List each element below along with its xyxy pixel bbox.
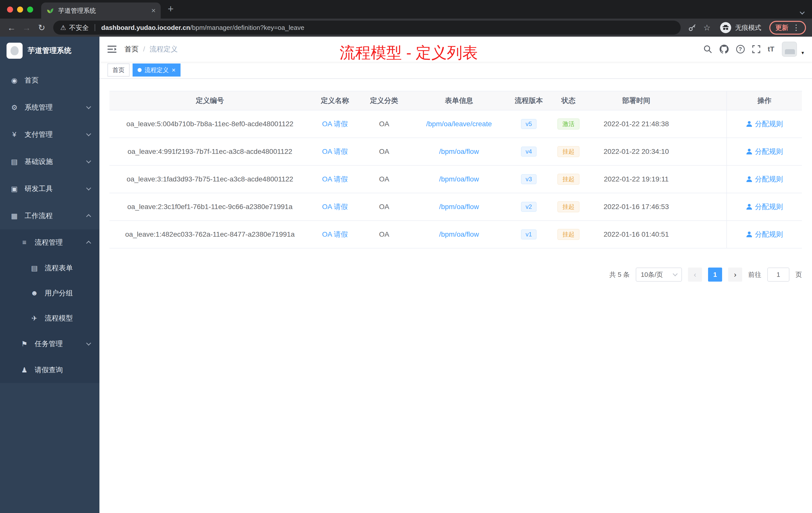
status-badge: 挂起 <box>557 201 580 212</box>
leave-query-icon: ♟ <box>20 366 29 374</box>
password-key-icon[interactable] <box>688 24 696 32</box>
sidebar-item-process-form[interactable]: ▤ 流程表单 <box>0 255 99 280</box>
sidebar-item-task-manage[interactable]: ⚑ 任务管理 <box>0 331 99 357</box>
tags-view: 首页 流程定义 × <box>99 62 812 79</box>
sidebar-collapse-icon[interactable] <box>108 46 116 53</box>
sidebar-item-workflow[interactable]: ▦ 工作流程 <box>0 202 99 230</box>
status-cell: 挂起 <box>548 138 588 165</box>
sidebar-item-payment[interactable]: ¥ 支付管理 <box>0 121 99 148</box>
new-tab-button[interactable]: + <box>168 3 174 14</box>
minimize-window-button[interactable] <box>17 6 23 12</box>
zoom-window-button[interactable] <box>27 6 33 12</box>
omnibox-divider <box>95 24 95 31</box>
github-icon[interactable] <box>720 45 729 54</box>
version-tag: v2 <box>521 202 536 212</box>
definition-category-cell: OA <box>359 221 409 248</box>
form-link[interactable]: /bpm/oa/flow <box>439 175 479 183</box>
incognito-badge[interactable]: 无痕模式 <box>720 22 761 33</box>
back-icon[interactable]: ← <box>4 21 19 35</box>
sidebar-item-devtools[interactable]: ▣ 研发工具 <box>0 175 99 202</box>
browser-tab[interactable]: 芋道管理系统 × <box>41 2 161 19</box>
breadcrumb-home[interactable]: 首页 <box>124 44 139 54</box>
tab-search-chevron-icon[interactable] <box>801 6 804 16</box>
screen: 芋道管理系统 × + ← → ↻ ⚠ 不安全 dashboard.yudao.i… <box>0 0 812 513</box>
user-icon <box>746 204 753 210</box>
close-window-button[interactable] <box>7 6 13 12</box>
page-size-select[interactable]: 10条/页 <box>636 268 682 281</box>
help-icon[interactable]: ? <box>736 45 745 54</box>
col-definition-id: 定义编号 <box>110 91 310 110</box>
sidebar-item-system[interactable]: ⚙ 系统管理 <box>0 94 99 121</box>
font-size-icon[interactable]: tT <box>768 45 774 53</box>
avatar[interactable] <box>782 42 797 57</box>
definition-name-link[interactable]: OA 请假 <box>322 175 348 183</box>
sidebar-item-leave-query[interactable]: ♟ 请假查询 <box>0 357 99 383</box>
incognito-icon <box>720 22 731 33</box>
filler-cell <box>684 165 727 193</box>
tag-process-definition[interactable]: 流程定义 × <box>133 63 180 77</box>
table-header-row: 定义编号 定义名称 定义分类 表单信息 流程版本 状态 部署时间 操作 <box>110 91 802 110</box>
col-actions: 操作 <box>727 91 802 110</box>
gear-icon: ⚙ <box>10 103 19 112</box>
assign-rule-link[interactable]: 分配规则 <box>746 230 783 239</box>
definition-id-cell: oa_leave:1:482ec033-762a-11ec-8477-a2380… <box>110 221 310 248</box>
avatar-caret-down-icon[interactable]: ▾ <box>802 50 804 56</box>
definition-name-cell: OA 请假 <box>310 138 359 165</box>
app-logo[interactable]: 芋道管理系统 <box>0 37 99 65</box>
sidebar: 芋道管理系统 ◉ 首页 ⚙ 系统管理 ¥ 支付管理 ▤ 基础设施 ▣ 研发工具 … <box>0 37 99 513</box>
process-version-cell: v1 <box>509 221 548 248</box>
col-definition-category: 定义分类 <box>359 91 409 110</box>
bookmark-star-icon[interactable]: ☆ <box>703 23 710 32</box>
next-page-button[interactable]: › <box>728 268 742 281</box>
definition-category-cell: OA <box>359 193 409 221</box>
actions-cell: 分配规则 <box>727 193 802 221</box>
reload-icon[interactable]: ↻ <box>34 21 49 35</box>
form-link[interactable]: /bpm/oa/flow <box>439 231 479 238</box>
sidebar-item-user-group[interactable]: ☻ 用户分组 <box>0 280 99 306</box>
site-favicon-icon <box>46 6 54 14</box>
definition-name-link[interactable]: OA 请假 <box>322 203 348 211</box>
infrastructure-icon: ▤ <box>10 158 19 166</box>
search-icon[interactable] <box>703 45 712 54</box>
col-filler <box>684 91 727 110</box>
forward-icon[interactable]: → <box>19 21 34 35</box>
user-icon <box>746 176 753 182</box>
status-badge: 挂起 <box>557 174 580 185</box>
tag-close-icon[interactable]: × <box>172 67 175 73</box>
chevron-icon <box>86 131 91 136</box>
tag-home[interactable]: 首页 <box>108 63 129 77</box>
sidebar-item-process-manage[interactable]: ≡ 流程管理 <box>0 230 99 255</box>
assign-rule-link[interactable]: 分配规则 <box>746 202 783 212</box>
process-version-cell: v2 <box>509 193 548 221</box>
prev-page-button[interactable]: ‹ <box>688 268 702 281</box>
navbar-actions: ? tT ▾ <box>703 42 804 57</box>
form-link[interactable]: /bpm/oa/leave/create <box>426 120 492 128</box>
process-version-cell: v3 <box>509 165 548 193</box>
sidebar-item-infrastructure[interactable]: ▤ 基础设施 <box>0 148 99 175</box>
sidebar-item-home[interactable]: ◉ 首页 <box>0 67 99 94</box>
assign-rule-link[interactable]: 分配规则 <box>746 119 783 129</box>
sidebar-item-process-model[interactable]: ✈ 流程模型 <box>0 306 99 331</box>
form-link[interactable]: /bpm/oa/flow <box>439 203 479 211</box>
tab-close-icon[interactable]: × <box>151 7 156 14</box>
assign-rule-link[interactable]: 分配规则 <box>746 175 783 184</box>
definition-name-link[interactable]: OA 请假 <box>322 231 348 238</box>
deploy-time-cell: 2022-01-22 21:48:38 <box>588 110 684 138</box>
definition-name-link[interactable]: OA 请假 <box>322 120 348 128</box>
current-page-button[interactable]: 1 <box>708 268 722 281</box>
definition-name-cell: OA 请假 <box>310 165 359 193</box>
tab-title: 芋道管理系统 <box>58 6 147 15</box>
chevron-icon <box>86 214 91 219</box>
fullscreen-icon[interactable] <box>752 45 760 53</box>
process-version-cell: v5 <box>509 110 548 138</box>
active-tag-dot <box>138 68 142 72</box>
goto-page-input[interactable] <box>767 268 789 281</box>
address-bar[interactable]: ⚠ 不安全 dashboard.yudao.iocoder.cn/bpm/man… <box>53 21 681 35</box>
model-icon: ✈ <box>30 314 39 323</box>
browser-menu-kebab-icon[interactable]: ⋮ <box>792 24 800 31</box>
definition-name-link[interactable]: OA 请假 <box>322 148 348 155</box>
assign-rule-link[interactable]: 分配规则 <box>746 147 783 156</box>
form-link[interactable]: /bpm/oa/flow <box>439 148 479 155</box>
definition-id-cell: oa_leave:5:004b710b-7b8a-11ec-8ef0-acde4… <box>110 110 310 138</box>
browser-update-button[interactable]: 更新 ⋮ <box>769 21 806 35</box>
